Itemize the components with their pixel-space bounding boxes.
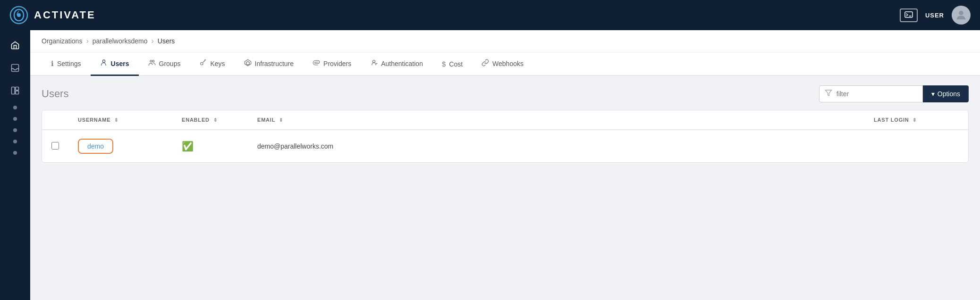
svg-point-3 [959,11,963,15]
svg-rect-5 [12,87,15,94]
breadcrumb-current: Users [158,37,175,45]
sidebar-item-panel[interactable] [6,81,25,100]
row-enabled-cell: ✅ [172,130,248,162]
tab-providers[interactable]: Providers [303,52,361,76]
tab-webhooks[interactable]: Webhooks [472,52,533,76]
email-sort-icon: ⇕ [279,117,283,123]
breadcrumb: Organizations › parallelworksdemo › User… [30,30,980,52]
webhooks-icon [482,59,489,68]
filter-input-wrap [819,85,923,102]
col-header-enabled[interactable]: ENABLED ⇕ [172,110,248,130]
main-layout: Organizations › parallelworksdemo › User… [0,30,980,300]
logo-icon [9,6,28,25]
tab-keys-label: Keys [210,60,225,67]
enabled-checkmark-icon: ✅ [182,141,194,151]
sidebar-item-inbox[interactable] [6,58,25,77]
tab-webhooks-label: Webhooks [492,60,524,67]
row-username-cell: demo [68,130,172,162]
settings-icon: ℹ [51,59,54,68]
svg-point-1 [17,13,21,17]
username-sort-icon: ⇕ [114,117,118,123]
svg-marker-15 [825,90,831,96]
options-label: Options [938,90,960,98]
svg-rect-2 [905,12,912,17]
svg-point-9 [150,60,152,62]
row-checkbox-cell [42,130,68,162]
tab-users[interactable]: Users [91,52,139,76]
tab-groups-label: Groups [159,60,181,67]
top-nav: ACTIVATE USER [0,0,980,30]
nav-right: USER [900,6,971,25]
infrastructure-icon [244,59,252,68]
breadcrumb-organizations[interactable]: Organizations [42,37,82,45]
filter-input[interactable] [819,85,923,102]
row-email-cell: demo@parallelworks.com [248,130,864,162]
app-name: ACTIVATE [34,9,96,21]
svg-point-14 [373,60,375,63]
users-section-title: Users [42,88,68,100]
chevron-down-icon: ▾ [931,90,935,98]
svg-rect-4 [12,65,19,72]
tab-settings-label: Settings [57,60,81,67]
col-header-username[interactable]: USERNAME ⇕ [68,110,172,130]
tab-authentication[interactable]: Authentication [361,52,432,76]
tab-keys[interactable]: Keys [190,52,234,76]
email-value: demo@parallelworks.com [257,142,333,150]
col-header-lastlogin[interactable]: LAST LOGIN ⇕ [864,110,968,130]
table-row: demo ✅ demo@parallelworks.com [42,130,968,162]
sidebar-dot-4 [13,140,17,143]
cost-icon: $ [442,60,446,68]
users-header: Users ▾ Options [42,85,969,102]
enabled-sort-icon: ⇕ [213,117,218,123]
breadcrumb-sep-1: › [86,37,88,45]
tab-providers-label: Providers [323,60,351,67]
authentication-icon [370,59,378,68]
groups-icon [148,59,156,68]
user-label: USER [925,12,944,19]
users-table: USERNAME ⇕ ENABLED ⇕ EMAIL ⇕ [42,110,968,162]
tab-cost-label: Cost [449,60,463,68]
col-header-email[interactable]: EMAIL ⇕ [248,110,864,130]
tab-users-label: Users [111,60,129,67]
sidebar-dot-5 [13,151,17,155]
username-value[interactable]: demo [78,139,113,154]
sidebar-dot-3 [13,128,17,132]
providers-icon [313,59,320,68]
tabs-bar: ℹ Settings Users [30,52,980,76]
keys-icon [199,59,207,68]
tab-infrastructure[interactable]: Infrastructure [235,52,303,76]
terminal-button[interactable] [900,8,918,22]
sidebar-item-home[interactable] [6,36,25,55]
sidebar [0,30,30,300]
svg-rect-7 [16,91,19,94]
page-body: Users ▾ Options [30,76,980,300]
sidebar-dot-2 [13,117,17,121]
svg-point-11 [201,62,203,65]
tab-authentication-label: Authentication [381,60,423,67]
logo-area: ACTIVATE [9,6,96,25]
users-icon [100,59,108,68]
avatar[interactable] [952,6,971,25]
svg-marker-13 [246,61,249,65]
users-controls: ▾ Options [819,85,969,102]
row-checkbox[interactable] [51,142,59,150]
row-lastlogin-cell [864,130,968,162]
breadcrumb-org-name[interactable]: parallelworksdemo [93,37,148,45]
users-table-wrap: USERNAME ⇕ ENABLED ⇕ EMAIL ⇕ [42,110,969,163]
svg-point-10 [152,60,154,62]
tab-infrastructure-label: Infrastructure [255,60,294,67]
breadcrumb-sep-2: › [151,37,153,45]
lastlogin-sort-icon: ⇕ [912,117,917,123]
col-header-checkbox [42,110,68,130]
filter-icon [825,89,832,99]
svg-rect-6 [16,87,19,91]
tab-cost[interactable]: $ Cost [432,53,472,76]
tab-groups[interactable]: Groups [139,52,190,76]
tab-settings[interactable]: ℹ Settings [42,53,91,76]
svg-point-8 [102,60,105,62]
sidebar-dot-1 [13,106,17,109]
content-area: Organizations › parallelworksdemo › User… [30,30,980,300]
options-button[interactable]: ▾ Options [923,85,969,102]
